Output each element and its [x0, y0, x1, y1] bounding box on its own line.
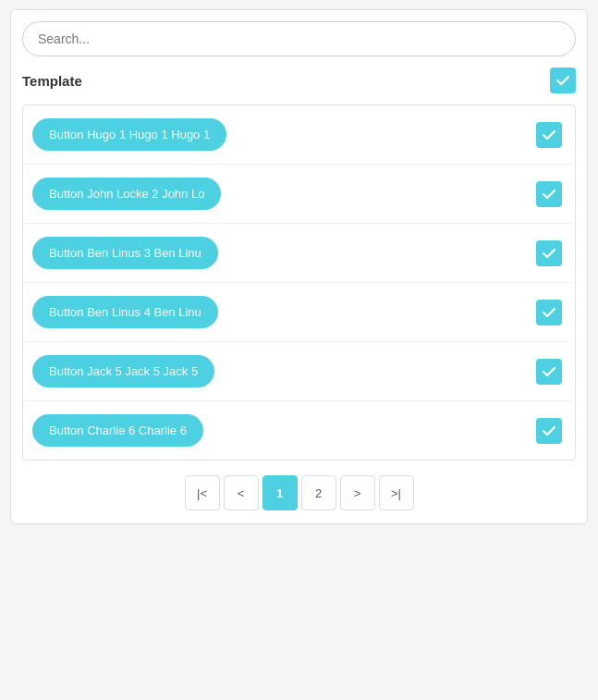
list-item: Button Hugo 1 Hugo 1 Hugo 1 [23, 105, 571, 165]
page-button-2[interactable]: 2 [301, 475, 336, 510]
item-button-6[interactable]: Button Charlie 6 Charlie 6 [32, 414, 203, 447]
first-icon: |< [197, 486, 207, 500]
list-item: Button Ben Linus 3 Ben Linu [23, 224, 571, 283]
last-page-button[interactable]: >| [379, 475, 414, 510]
items-list-scroll[interactable]: Button Hugo 1 Hugo 1 Hugo 1 Button John … [23, 105, 575, 460]
item-button-1[interactable]: Button Hugo 1 Hugo 1 Hugo 1 [32, 118, 226, 151]
page-button-1[interactable]: 1 [262, 475, 298, 510]
item-check-3[interactable] [536, 240, 562, 266]
prev-icon: < [238, 486, 245, 500]
next-page-button[interactable]: > [340, 475, 375, 510]
item-check-2[interactable] [536, 181, 562, 207]
item-button-3[interactable]: Button Ben Linus 3 Ben Linu [32, 237, 218, 269]
item-button-5[interactable]: Button Jack 5 Jack 5 Jack 5 [32, 355, 214, 387]
list-item: Button Charlie 6 Charlie 6 [23, 401, 571, 460]
item-check-4[interactable] [536, 300, 562, 325]
list-item: Button John Locke 2 John Lo [23, 165, 571, 224]
pagination: |< < 12 > >| [22, 470, 576, 512]
prev-page-button[interactable]: < [224, 475, 259, 510]
search-input[interactable] [22, 21, 576, 56]
item-button-2[interactable]: Button John Locke 2 John Lo [32, 178, 221, 210]
header-row: Template [22, 66, 576, 95]
item-check-1[interactable] [536, 122, 562, 148]
main-container: Template Button Hugo 1 Hugo 1 Hugo 1 But… [10, 9, 588, 524]
item-check-6[interactable] [536, 418, 562, 444]
template-label: Template [22, 73, 82, 89]
item-button-4[interactable]: Button Ben Linus 4 Ben Linu [32, 296, 218, 328]
select-all-button[interactable] [550, 68, 576, 93]
first-page-button[interactable]: |< [185, 475, 220, 510]
items-list-area: Button Hugo 1 Hugo 1 Hugo 1 Button John … [22, 104, 576, 461]
item-check-5[interactable] [536, 359, 562, 385]
next-icon: > [354, 486, 361, 500]
list-item: Button Ben Linus 4 Ben Linu [23, 283, 571, 342]
list-item: Button Jack 5 Jack 5 Jack 5 [23, 342, 571, 401]
last-icon: >| [391, 486, 401, 500]
